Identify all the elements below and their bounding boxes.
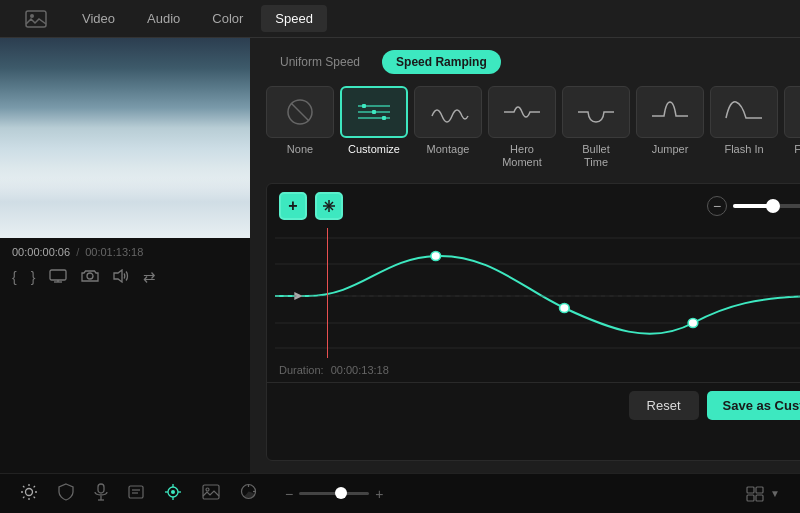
svg-rect-41 [129,486,143,498]
svg-rect-2 [50,270,66,280]
svg-line-35 [34,496,35,497]
graph-add-point-button[interactable]: + [279,192,307,220]
svg-point-29 [26,488,33,495]
svg-rect-58 [756,495,763,501]
svg-rect-14 [382,116,386,120]
svg-point-1 [30,14,34,18]
time-separator: / [76,246,79,258]
preset-customize-label: Customize [348,143,400,156]
preset-flash-in-label: Flash In [724,143,763,156]
presets-grid: None Customize [266,86,800,169]
svg-rect-55 [747,487,754,493]
effects-icon[interactable] [164,483,182,505]
svg-rect-12 [362,104,366,108]
image-icon [25,10,47,28]
arrows-icon[interactable]: ⇄ [143,268,156,286]
camera-icon[interactable] [81,269,99,286]
bracket-open-icon[interactable]: { [12,269,17,285]
sticker-icon[interactable] [240,483,257,504]
preset-flash-out-icon-box [784,86,800,138]
duration-value: 00:00:13:18 [331,364,389,376]
sun-icon[interactable] [20,483,38,505]
shield-icon[interactable] [58,483,74,505]
zoom-bar-thumb[interactable] [335,487,347,499]
tab-speed[interactable]: Speed [261,5,327,32]
preset-flash-out-label: Flash Out [794,143,800,156]
preset-flash-in[interactable]: Flash In [710,86,778,169]
svg-line-36 [34,486,35,487]
plus-zoom-icon[interactable]: + [375,486,383,502]
preset-none-icon-box [266,86,334,138]
svg-line-37 [23,496,24,497]
preset-flash-out[interactable]: Flash Out [784,86,800,169]
preset-jumper-label: Jumper [652,143,689,156]
svg-point-24 [431,252,441,261]
speaker-icon[interactable] [113,269,129,286]
graph-area: 10.0x 5.0x 1.0x 0.5x 0.1x [267,228,800,358]
preset-montage[interactable]: Montage [414,86,482,169]
main-content-area: 00:00:00:06 / 00:01:13:18 { } [0,38,800,473]
preset-customize-icon-box [340,86,408,138]
preset-none-label: None [287,143,313,156]
zoom-bar-track [299,492,369,495]
duration-label: Duration: [279,364,324,376]
monitor-icon[interactable] [49,269,67,286]
playhead-line [327,228,328,358]
graph-freeze-button[interactable] [315,192,343,220]
zoom-controls: − + [707,196,800,216]
preset-bullet-time-icon-box [562,86,630,138]
save-custom-button[interactable]: Save as Custom [707,391,800,420]
speed-ramping-button[interactable]: Speed Ramping [382,50,501,74]
uniform-speed-button[interactable]: Uniform Speed [266,50,374,74]
tab-audio[interactable]: Audio [133,5,194,32]
zoom-out-button[interactable]: − [707,196,727,216]
preset-hero-moment-icon-box [488,86,556,138]
tab-video[interactable]: Video [68,5,129,32]
top-tabs-bar: Video Audio Color Speed [0,0,800,38]
svg-rect-0 [26,11,46,27]
preset-customize[interactable]: Customize [340,86,408,169]
preset-hero-moment[interactable]: Hero Moment [488,86,556,169]
grid-icon-area: ▼ [746,486,780,502]
video-thumbnail [0,38,250,238]
speed-curve-svg [275,228,800,358]
playback-speed-slider: − + [285,486,383,502]
speed-mode-row: Uniform Speed Speed Ramping [266,50,800,74]
svg-point-51 [206,488,209,491]
text-icon[interactable] [128,484,144,504]
preset-jumper-icon-box [636,86,704,138]
svg-rect-50 [203,485,219,499]
preset-montage-icon-box [414,86,482,138]
picture-icon[interactable] [202,484,220,504]
svg-point-25 [560,304,570,313]
speed-editor-panel: Uniform Speed Speed Ramping None [250,38,800,473]
svg-rect-38 [98,484,104,493]
reset-button[interactable]: Reset [629,391,699,420]
preset-montage-label: Montage [427,143,470,156]
zoom-slider-thumb[interactable] [766,199,780,213]
duration-row: Duration: 00:00:13:18 [267,358,800,382]
svg-point-5 [87,273,93,279]
mic-icon[interactable] [94,483,108,505]
svg-point-45 [171,490,175,494]
preset-none[interactable]: None [266,86,334,169]
chevron-down-icon[interactable]: ▼ [770,488,780,499]
grid-view-icon[interactable] [746,486,764,502]
bracket-close-icon[interactable]: } [31,269,36,285]
total-time-display: 00:01:13:18 [85,246,143,258]
snow-overlay [0,178,250,238]
svg-line-8 [291,103,309,121]
video-preview-panel: 00:00:00:06 / 00:01:13:18 { } [0,38,250,473]
zoom-slider-track [733,204,800,208]
action-buttons-row: Reset Save as Custom [267,382,800,428]
tab-color[interactable]: Color [198,5,257,32]
preset-bullet-time[interactable]: Bullet Time [562,86,630,169]
preset-hero-moment-label: Hero Moment [502,143,542,169]
minus-zoom-icon[interactable]: − [285,486,293,502]
svg-marker-6 [114,270,122,282]
svg-line-34 [23,486,24,487]
svg-rect-56 [756,487,763,493]
preset-jumper[interactable]: Jumper [636,86,704,169]
speed-graph-container: + − + [266,183,800,461]
preset-bullet-time-label: Bullet Time [582,143,610,169]
